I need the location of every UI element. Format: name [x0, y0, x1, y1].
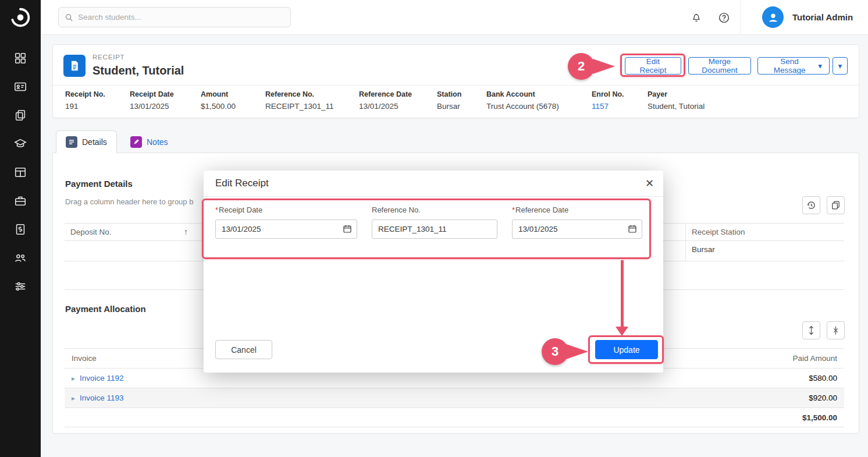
edit-receipt-modal: Edit Receipt ✕ *Receipt Date Reference N…: [204, 171, 663, 373]
group-by-hint: Drag a column header here to group b: [65, 197, 193, 206]
logo-swirl-icon: [9, 6, 31, 29]
tab-notes[interactable]: Notes: [121, 130, 177, 153]
calendar-icon[interactable]: [343, 224, 352, 236]
page-title: Student, Tutorial: [93, 64, 184, 77]
paid-amount-value: $920.00: [728, 394, 844, 402]
details-tab-icon: [66, 136, 77, 148]
user-avatar[interactable]: [762, 6, 784, 28]
reference-no-input[interactable]: [372, 219, 497, 239]
required-asterisk: *: [512, 206, 515, 214]
copy-icon: [831, 200, 841, 210]
receipt-date-input[interactable]: [215, 219, 357, 239]
summary-field-reference-no: Reference No.RECEIPT_1301_11: [265, 90, 334, 111]
table-icon: [14, 166, 27, 179]
notifications-button[interactable]: [689, 10, 704, 25]
paid-amount-value: $580.00: [728, 374, 844, 382]
summary-field-enrol-no: Enrol No.1157: [592, 90, 624, 111]
summary-field-reference-date: Reference Date13/01/2025: [359, 90, 412, 111]
search-box[interactable]: [58, 7, 291, 27]
sliders-icon: [14, 280, 27, 293]
allocation-row-2[interactable]: ▸ Invoice 1193 $920.00: [65, 388, 844, 408]
tab-notes-label: Notes: [147, 137, 168, 147]
payment-allocation-heading: Payment Allocation: [65, 304, 146, 314]
reference-date-field: *Reference Date: [512, 206, 642, 239]
summary-field-station: StationBursar: [437, 90, 461, 111]
expand-all-icon: [807, 325, 816, 335]
contact-card-icon: [14, 80, 27, 93]
header-divider: [53, 85, 859, 86]
summary-field-receipt-no: Receipt No.191: [65, 90, 105, 111]
collapse-all-icon: [831, 325, 840, 335]
notes-tab-icon: [130, 136, 142, 148]
person-icon: [767, 11, 780, 24]
expand-all-button[interactable]: [802, 321, 820, 339]
briefcase-icon: [14, 194, 27, 207]
reference-date-input[interactable]: [512, 219, 642, 239]
sidebar-item-settings[interactable]: [13, 279, 27, 293]
sort-asc-icon[interactable]: ↑: [184, 227, 188, 236]
required-asterisk: *: [215, 206, 218, 214]
topbar-divider: [740, 0, 741, 35]
caret-down-icon: ▾: [838, 61, 842, 70]
invoice-link[interactable]: Invoice 1193: [80, 394, 124, 402]
topbar: Tutorial Admin: [41, 0, 868, 35]
send-message-button[interactable]: Send Message▾: [757, 57, 830, 75]
user-name: Tutorial Admin: [792, 12, 853, 22]
caret-down-icon: ▾: [818, 61, 822, 70]
summary-field-payer: PayerStudent, Tutorial: [648, 90, 705, 111]
sidebar-item-dashboard[interactable]: [13, 51, 27, 65]
sidebar-item-briefcase[interactable]: [13, 194, 27, 208]
merge-document-button[interactable]: Merge Document: [688, 57, 751, 75]
copy-button[interactable]: [827, 196, 845, 214]
sidebar: [0, 0, 41, 457]
sidebar-item-people[interactable]: [13, 251, 27, 265]
summary-field-receipt-date: Receipt Date13/01/2025: [130, 90, 174, 111]
bell-icon: [691, 12, 702, 23]
help-icon: [718, 12, 730, 24]
app-logo: [0, 0, 41, 35]
allocation-total-row: $1,500.00: [65, 408, 844, 427]
invoice-link[interactable]: Invoice 1192: [80, 374, 124, 382]
receipt-station-value: Bursar: [685, 241, 844, 261]
close-icon[interactable]: ✕: [645, 177, 654, 190]
receipt-date-field: *Receipt Date: [215, 206, 357, 239]
collapse-all-button[interactable]: [827, 321, 845, 339]
sidebar-item-academics[interactable]: [13, 137, 27, 151]
total-paid-amount: $1,500.00: [728, 413, 844, 422]
column-receipt-station[interactable]: Receipt Station: [685, 224, 844, 240]
help-button[interactable]: [716, 10, 731, 25]
history-icon: [806, 200, 816, 210]
people-icon: [14, 251, 27, 264]
more-actions-button[interactable]: ▾: [833, 57, 848, 75]
receipt-header-card: RECEIPT Student, Tutorial Edit Receipt M…: [52, 44, 859, 118]
column-paid-amount[interactable]: Paid Amount: [728, 354, 844, 363]
receipt-document-icon: [63, 55, 86, 77]
row-expander-icon[interactable]: ▸: [72, 374, 75, 382]
update-button[interactable]: Update: [595, 340, 658, 359]
finance-document-icon: [14, 223, 27, 236]
tab-details-label: Details: [82, 137, 107, 147]
summary-field-bank-account: Bank AccountTrust Account (5678): [486, 90, 559, 111]
sidebar-item-contacts[interactable]: [13, 80, 27, 94]
search-input[interactable]: [78, 13, 284, 22]
modal-title: Edit Receipt: [215, 178, 269, 189]
sidebar-item-finance[interactable]: [13, 222, 27, 236]
sidebar-item-documents[interactable]: [13, 108, 27, 122]
graduation-cap-icon: [14, 137, 27, 150]
enrol-no-link[interactable]: 1157: [592, 102, 624, 111]
sidebar-item-tables[interactable]: [13, 165, 27, 179]
receipt-summary: Receipt No.191 Receipt Date13/01/2025 Am…: [53, 90, 859, 118]
row-expander-icon[interactable]: ▸: [72, 394, 75, 402]
summary-field-amount: Amount$1,500.00: [201, 90, 236, 111]
cancel-button[interactable]: Cancel: [215, 340, 272, 359]
search-icon: [65, 13, 73, 22]
documents-icon: [14, 109, 27, 122]
history-button[interactable]: [802, 196, 820, 214]
document-type-label: RECEIPT: [93, 54, 124, 61]
reference-no-field: Reference No.: [372, 206, 497, 239]
tab-details[interactable]: Details: [56, 130, 117, 153]
edit-receipt-button[interactable]: Edit Receipt: [625, 57, 681, 75]
modal-header: Edit Receipt ✕: [204, 171, 663, 197]
calendar-icon[interactable]: [628, 224, 637, 236]
payment-details-heading: Payment Details: [65, 179, 133, 189]
